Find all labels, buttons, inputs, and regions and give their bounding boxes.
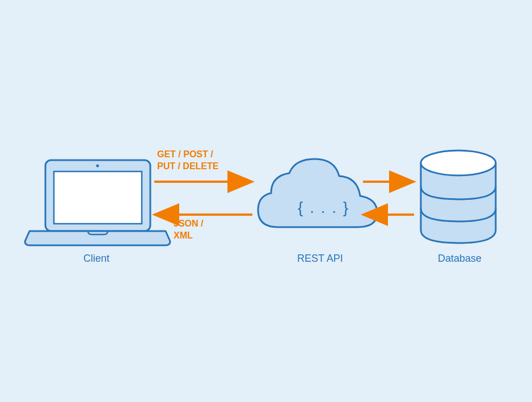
svg-rect-2	[54, 171, 142, 224]
database-label: Database	[438, 253, 482, 265]
response-line2: XML	[174, 231, 193, 240]
client-label: Client	[83, 253, 109, 265]
database-icon	[421, 150, 496, 243]
response-line1: JSON /	[174, 219, 203, 228]
cloud-braces-text: { . . . }	[298, 199, 349, 217]
request-methods-label: GET / POST / PUT / DELETE	[157, 149, 218, 173]
request-line1: GET / POST /	[157, 149, 213, 159]
request-line2: PUT / DELETE	[157, 161, 218, 171]
svg-point-4	[421, 150, 496, 175]
architecture-diagram: GET / POST / PUT / DELETE JSON / XML { .…	[0, 0, 532, 402]
laptop-icon	[25, 160, 170, 245]
response-format-label: JSON / XML	[174, 218, 203, 242]
cloud-icon	[258, 159, 377, 227]
svg-point-3	[96, 165, 99, 168]
api-label: REST API	[297, 253, 343, 265]
